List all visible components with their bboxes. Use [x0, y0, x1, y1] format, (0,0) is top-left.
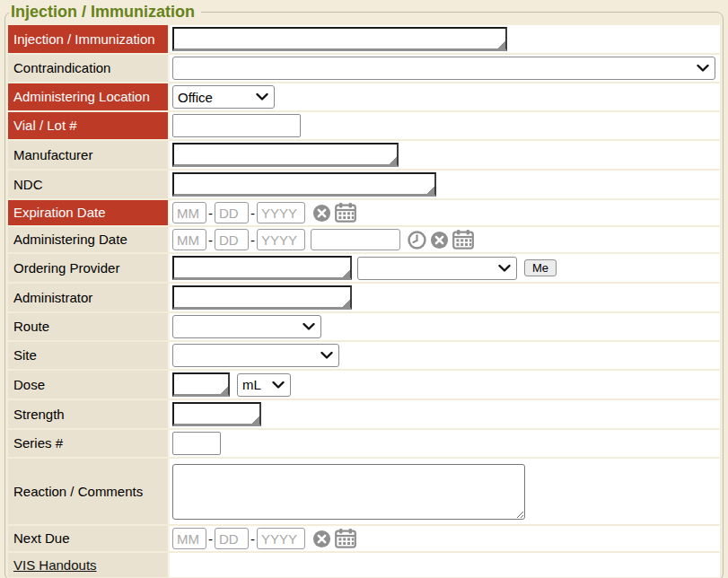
- ordering-provider-select[interactable]: [357, 257, 517, 280]
- row-series: Series #: [8, 428, 720, 457]
- row-ndc: NDC: [8, 169, 720, 198]
- next-due-label: Next Due: [8, 526, 170, 551]
- route-select[interactable]: [172, 315, 321, 338]
- row-injection: Injection / Immunization: [8, 23, 720, 53]
- injection-input[interactable]: [172, 27, 507, 51]
- date-separator: -: [208, 206, 213, 221]
- vial-lot-input[interactable]: [172, 114, 301, 137]
- row-administering-location: Administering Location Office: [8, 82, 720, 110]
- manufacturer-input[interactable]: [172, 143, 399, 167]
- strength-input[interactable]: [172, 402, 261, 426]
- administering-date-label: Administering Date: [8, 227, 170, 252]
- row-expiration-date: Expiration Date --: [8, 198, 720, 225]
- row-administrator: Administrator: [8, 282, 720, 311]
- calendar-icon[interactable]: [335, 529, 356, 548]
- next-due-year-input[interactable]: [257, 528, 305, 549]
- contraindication-select[interactable]: [172, 57, 715, 80]
- me-button[interactable]: Me: [524, 259, 557, 276]
- expiration-day-input[interactable]: [215, 202, 249, 223]
- strength-label: Strength: [8, 400, 170, 428]
- row-reaction-comments: Reaction / Comments: [8, 457, 720, 524]
- date-separator: -: [208, 531, 213, 547]
- circle-x-icon[interactable]: [430, 231, 449, 250]
- contraindication-label: Contraindication: [8, 55, 170, 82]
- circle-x-icon[interactable]: [312, 530, 331, 548]
- ndc-input[interactable]: [172, 172, 436, 197]
- row-dose: Dose mL: [8, 369, 720, 398]
- site-select[interactable]: [172, 344, 339, 367]
- reaction-comments-label: Reaction / Comments: [8, 459, 170, 524]
- row-next-due: Next Due --: [8, 524, 720, 551]
- administering-year-input[interactable]: [257, 229, 305, 250]
- injection-immunization-form: Injection / Immunization Injection / Imm…: [4, 3, 724, 578]
- date-separator: -: [250, 206, 255, 221]
- row-site: Site: [8, 340, 720, 369]
- administrator-input[interactable]: [172, 285, 352, 310]
- dose-unit-select[interactable]: mL: [237, 373, 291, 397]
- row-contraindication: Contraindication: [8, 53, 720, 82]
- expiration-year-input[interactable]: [257, 202, 305, 223]
- route-label: Route: [8, 313, 170, 340]
- calendar-icon[interactable]: [452, 230, 474, 250]
- expiration-month-input[interactable]: [172, 202, 206, 223]
- administering-month-input[interactable]: [172, 229, 206, 250]
- date-separator: -: [208, 232, 213, 248]
- clock-icon[interactable]: [408, 231, 426, 250]
- next-due-day-input[interactable]: [215, 528, 249, 549]
- date-separator: -: [250, 531, 255, 547]
- next-due-month-input[interactable]: [172, 528, 206, 549]
- administering-location-label: Administering Location: [8, 83, 170, 110]
- manufacturer-label: Manufacturer: [8, 141, 170, 169]
- row-vis-handouts: VIS Handouts: [8, 551, 720, 577]
- vis-handouts-link[interactable]: VIS Handouts: [13, 557, 97, 573]
- form-title: Injection / Immunization: [9, 3, 201, 22]
- administering-day-input[interactable]: [215, 229, 249, 250]
- row-route: Route: [8, 311, 720, 340]
- dose-input[interactable]: [172, 372, 230, 397]
- expiration-date-label: Expiration Date: [8, 200, 170, 225]
- administering-location-select[interactable]: Office: [172, 85, 275, 109]
- site-label: Site: [8, 342, 170, 369]
- date-separator: -: [250, 232, 255, 248]
- row-strength: Strength: [8, 398, 720, 428]
- series-input[interactable]: [172, 432, 221, 455]
- circle-x-icon[interactable]: [312, 204, 331, 223]
- administering-time-input[interactable]: [311, 229, 400, 250]
- calendar-icon[interactable]: [335, 203, 356, 223]
- injection-label: Injection / Immunization: [8, 25, 170, 53]
- ordering-provider-label: Ordering Provider: [8, 254, 170, 282]
- administrator-label: Administrator: [8, 284, 170, 311]
- ordering-provider-input[interactable]: [172, 256, 352, 280]
- row-manufacturer: Manufacturer: [8, 139, 720, 169]
- dose-label: Dose: [8, 371, 170, 398]
- row-vial-lot: Vial / Lot #: [8, 110, 720, 139]
- ndc-label: NDC: [8, 171, 170, 198]
- series-label: Series #: [8, 430, 170, 457]
- row-ordering-provider: Ordering Provider Me: [8, 252, 720, 282]
- vial-lot-label: Vial / Lot #: [8, 112, 170, 139]
- reaction-comments-textarea[interactable]: [172, 464, 525, 520]
- row-administering-date: Administering Date --: [8, 225, 720, 252]
